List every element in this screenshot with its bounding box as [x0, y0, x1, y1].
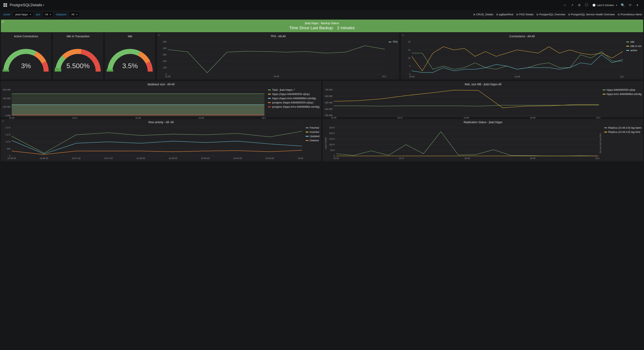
star-icon[interactable]: ☆: [561, 2, 568, 8]
svg-text:16:48: 16:48: [274, 75, 279, 78]
legend-item[interactable]: idle: [626, 40, 642, 43]
legend-swatch: [603, 90, 606, 90]
legend-item[interactable]: Replica (10.44.0.9) lag time: [604, 130, 642, 134]
svg-text:500: 500: [163, 40, 166, 43]
refresh-interval-dropdown[interactable]: ▾: [634, 2, 641, 8]
variable-row: cluster jkatz:hippo▾ pod All▾ Database A…: [0, 10, 644, 19]
var-label-database: Database: [55, 13, 68, 16]
nav-link[interactable]: PostgreSQL Overview: [536, 13, 565, 16]
legend-item[interactable]: Total : jkatz:hippo-.*: [268, 88, 320, 91]
legend-swatch: [306, 128, 308, 128]
legend-swatch: [626, 50, 629, 51]
legend-item[interactable]: postgres (hippo-krhx-94846986d-zdm8g): [268, 105, 320, 108]
popout-icon[interactable]: ⧉: [2, 20, 4, 23]
nav-link[interactable]: CRUD_Details: [473, 13, 494, 16]
legend-rows: FetchedInsertedUpdatedDeleted: [303, 126, 320, 160]
share-icon[interactable]: ↗: [568, 2, 576, 8]
popout-icon[interactable]: ⧉: [402, 34, 404, 36]
legend-item[interactable]: Idle in txn: [626, 44, 642, 48]
legend-item[interactable]: Replica (10.44.0.9) lag bytes: [604, 126, 642, 129]
gauge-value: 3.5%: [122, 62, 138, 70]
svg-text:16:49: 16:49: [530, 116, 536, 119]
svg-text:20: 20: [408, 40, 410, 43]
legend-item[interactable]: hippo-krhx-94846986d-zdm8g: [603, 92, 642, 96]
legend-item[interactable]: hippo-64b5665555-xj5qz: [603, 88, 642, 91]
legend-swatch: [306, 136, 308, 137]
svg-text:300 MB: 300 MB: [325, 114, 332, 116]
var-select-database[interactable]: All▾: [69, 12, 80, 17]
var-select-pod[interactable]: All▾: [43, 12, 53, 17]
nav-link[interactable]: PostgreSQL Service Health Overview: [568, 13, 615, 16]
legend-item[interactable]: postgres (hippo-64b5665555-xj5qz): [268, 101, 320, 104]
clock-icon: 🕓: [592, 4, 596, 7]
popout-icon[interactable]: ⧉: [158, 34, 160, 36]
panel-title: database size - All-All: [1, 81, 321, 88]
svg-text:16:48:00: 16:48:00: [136, 157, 145, 160]
popout-icon[interactable]: ⧉: [2, 120, 4, 122]
legend-item[interactable]: active: [626, 49, 642, 52]
legend-tps: TPS: [386, 40, 398, 78]
svg-text:16:48:30: 16:48:30: [169, 157, 178, 160]
svg-text:16:49: 16:49: [198, 117, 204, 119]
zoom-out-icon[interactable]: 🔍: [620, 2, 626, 8]
svg-text:600 MB: 600 MB: [3, 89, 10, 91]
svg-text:400 MB: 400 MB: [325, 108, 332, 110]
svg-text:400 MB: 400 MB: [3, 97, 10, 100]
time-range-picker[interactable]: 🕓 Last 5 minutes ▾: [590, 2, 619, 8]
legend-item[interactable]: Updated: [306, 135, 320, 138]
dashboard-grid-icon[interactable]: [3, 3, 7, 7]
legend-swatch: [268, 106, 271, 107]
gauge-idle-txn: [53, 40, 103, 80]
legend-swatch: [268, 98, 271, 99]
legend-swatch: [604, 132, 607, 132]
legend-swatch: [603, 94, 606, 94]
nav-link[interactable]: POD Details: [516, 13, 534, 16]
svg-text:1.5 K: 1.5 K: [5, 134, 10, 136]
svg-text:0: 0: [9, 155, 10, 157]
var-label-cluster: cluster: [2, 13, 12, 16]
svg-text:16:47: 16:47: [72, 117, 78, 119]
nav-link[interactable]: pgBackRest: [496, 13, 513, 16]
svg-text:200 MB: 200 MB: [3, 106, 10, 108]
svg-text:16:46:30: 16:46:30: [40, 157, 48, 160]
panel-database-size: database size - All-All 0 MB200 MB400 MB…: [1, 81, 321, 117]
var-select-cluster[interactable]: jkatz:hippo▾: [13, 12, 33, 17]
svg-text:500: 500: [7, 148, 10, 150]
chevron-down-icon: ▾: [616, 4, 617, 6]
svg-text:600 MB: 600 MB: [325, 95, 332, 98]
svg-text:10: 10: [408, 57, 410, 59]
refresh-icon[interactable]: ⟳: [627, 2, 634, 8]
nav-link[interactable]: Prometheus Alerts: [618, 13, 642, 16]
dashboard-title-text: PostgreSQLDetails: [10, 3, 42, 7]
svg-text:16:47: 16:47: [399, 157, 404, 160]
nav-links: CRUD_DetailspgBackRestPOD DetailsPostgre…: [473, 13, 642, 16]
legend-item[interactable]: Inserted: [306, 130, 320, 134]
panel-title: TPS - All-All: [157, 33, 399, 40]
svg-text:250 K: 250 K: [329, 126, 335, 129]
panel-connections: ⧉ Connections - All-All 0510152016:4616:…: [401, 33, 643, 80]
gear-icon[interactable]: ⚙: [576, 2, 583, 8]
gauge-value: 5.500%: [66, 62, 90, 70]
legend-item[interactable]: hippo (hippo-krhx-94846986d-zdm8g): [268, 97, 320, 100]
legend-item[interactable]: hippo (hippo-64b5665555-xj5qz): [268, 92, 320, 96]
legend-dbsize: Total : jkatz:hippo-.*hippo (hippo-64b56…: [266, 88, 320, 120]
dashboard-title[interactable]: PostgreSQLDetails ▾: [10, 3, 44, 7]
legend-item[interactable]: Deleted: [306, 139, 320, 142]
panel-title: WAL size MB - jkatz:hippo-All: [323, 81, 643, 88]
svg-text:200 K: 200 K: [329, 132, 335, 134]
svg-text:100: 100: [163, 66, 166, 69]
legend-item[interactable]: Fetched: [306, 126, 320, 129]
backup-status-banner: ⧉ jkatz:hippo : Backup Status Time Since…: [1, 20, 643, 32]
svg-text:16:46: 16:46: [409, 76, 414, 78]
panel-idle-in-transaction: Idle In Transaction 5.500%: [53, 33, 103, 80]
svg-text:700 MB: 700 MB: [325, 88, 332, 91]
chart-replication: 050 K100 K150 K200 K250 K16:4616:4716:48…: [327, 126, 600, 160]
legend-swatch: [306, 132, 308, 132]
panel-wal-size: WAL size MB - jkatz:hippo-All 300 MB400 …: [323, 81, 643, 117]
monitor-icon[interactable]: 🖵: [583, 2, 590, 8]
legend-item[interactable]: TPS: [388, 40, 398, 43]
panel-active-connections: Active Connections 3%: [1, 33, 51, 80]
svg-text:16:46: 16:46: [333, 157, 339, 160]
svg-text:16:48: 16:48: [514, 76, 520, 78]
svg-text:16:49:30: 16:49:30: [233, 157, 242, 160]
